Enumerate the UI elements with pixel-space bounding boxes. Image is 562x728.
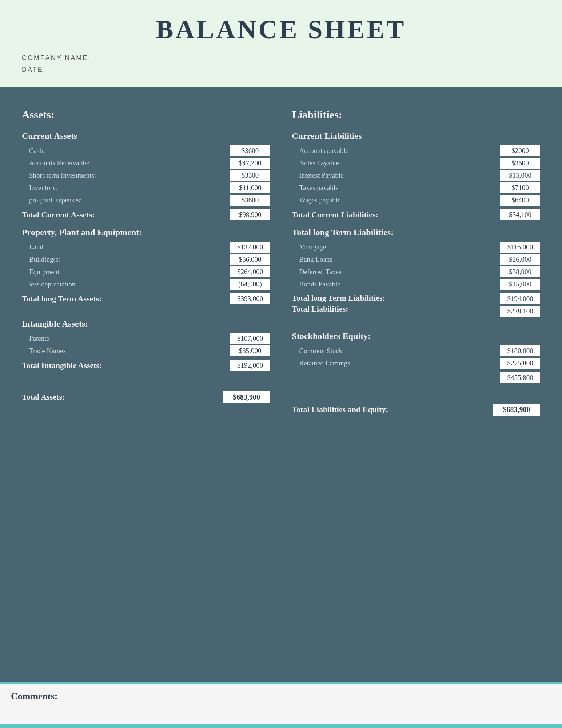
list-item: Notes Payable $3600 — [292, 158, 541, 169]
mortgage-value: $115,000 — [500, 242, 540, 253]
total-assets-value: $683,900 — [223, 391, 270, 403]
mortgage-label: Mortgage — [292, 243, 326, 251]
common-stock-label: Common Stock — [292, 347, 343, 355]
list-item: Land $137,000 — [22, 242, 270, 253]
list-item: Mortgage $115,000 — [292, 242, 541, 253]
equity-total-value: $455,800 — [500, 372, 540, 383]
ppe-total-row: Total long Term Assets: $393,000 — [22, 293, 270, 304]
current-liabilities-total-row: Total Current Liabilities: $34,100 — [292, 209, 541, 220]
equity-heading: Stockholders Equity: — [292, 331, 541, 341]
header: BALANCE SHEET COMPANY NAME: DATE: — [0, 0, 562, 87]
prepaid-value: $3600 — [230, 195, 270, 206]
ar-value: $47,200 — [230, 158, 270, 169]
deferred-taxes-label: Deferred Taxes — [292, 268, 342, 276]
equipment-label: Equipment — [22, 268, 59, 276]
intangible-total-row: Total Intangible Assets: $192,000 — [22, 360, 270, 371]
land-value: $137,000 — [230, 242, 270, 253]
current-liabilities-total-value: $34,100 — [500, 209, 540, 220]
current-assets-items: Cash: $3600 Accounts Receivable: $47,200… — [22, 145, 270, 206]
bank-loans-value: $26,000 — [500, 254, 540, 265]
buildings-value: $56,000 — [230, 254, 270, 265]
prepaid-label: pre-paid Expenses: — [22, 196, 82, 204]
long-term-liabilities-totals: Total long Term Liabilities: Total Liabi… — [292, 293, 541, 317]
list-item: pre-paid Expenses: $3600 — [22, 195, 270, 206]
total-liabilities-equity-row: Total Liabilities and Equity: $683,900 — [292, 404, 541, 416]
ppe-items: Land $137,000 Building(s) $56,000 Equipm… — [22, 242, 270, 290]
total-liab-equity-value: $683,900 — [493, 404, 540, 416]
bonds-payable-label: Bonds Payable — [292, 280, 340, 288]
ppe-heading: Property, Plant and Equipment: — [22, 228, 270, 237]
depreciation-value: (64,000) — [230, 279, 270, 290]
header-meta: COMPANY NAME: DATE: — [22, 52, 540, 76]
notes-payable-value: $3600 — [500, 158, 540, 169]
list-item: Wages payable $6400 — [292, 195, 541, 206]
retained-earnings-label: Retained Earnings — [292, 359, 350, 367]
wages-payable-value: $6400 — [500, 195, 540, 206]
bonds-payable-value: $15,000 — [500, 279, 540, 290]
current-liabilities-heading: Current Liabilities — [292, 131, 541, 141]
wages-payable-label: Wages payable — [292, 196, 341, 204]
ppe-total-value: $393,000 — [230, 293, 270, 304]
footer-bar — [0, 724, 562, 728]
intangible-heading: Intangible Assets: — [22, 319, 270, 329]
assets-heading: Assets: — [22, 108, 270, 124]
lt-liab-total-value: $194,000 — [500, 293, 540, 304]
list-item: Cash: $3600 — [22, 145, 270, 156]
patents-label: Patents — [22, 335, 49, 343]
list-item: Deferred Taxes $38,000 — [292, 266, 541, 277]
ar-label: Accounts Receivable: — [22, 159, 89, 167]
current-liabilities-total-label: Total Current Liabilities: — [292, 210, 378, 219]
list-item: Taxes payable $7100 — [292, 182, 541, 193]
list-item: Accounts payable $2000 — [292, 145, 541, 156]
buildings-label: Building(s) — [22, 256, 61, 264]
cash-label: Cash: — [22, 147, 45, 155]
long-term-liabilities-items: Mortgage $115,000 Bank Loans $26,000 Def… — [292, 242, 541, 290]
list-item: Trade Names $85,000 — [22, 345, 270, 356]
date-label: DATE: — [22, 64, 540, 75]
intangible-total-label: Total Intangible Assets: — [22, 361, 102, 370]
comments-label: Comments: — [11, 691, 58, 701]
long-term-values: $194,000 $228,100 — [500, 293, 540, 317]
current-assets-heading: Current Assets — [22, 131, 270, 141]
list-item: Common Stock $180,000 — [292, 345, 541, 356]
page-title: BALANCE SHEET — [22, 15, 540, 45]
sti-label: Short-term Investments: — [22, 171, 96, 179]
interest-payable-value: $15,000 — [500, 170, 540, 181]
list-item: Accounts Receivable: $47,200 — [22, 158, 270, 169]
comments-section: Comments: — [0, 682, 562, 724]
liabilities-heading: Liabilities: — [292, 108, 541, 124]
inventory-value: $41,000 — [230, 182, 270, 193]
total-liabilities-label: Total Liabilities: — [292, 304, 386, 314]
trade-names-label: Trade Names — [22, 347, 66, 355]
common-stock-value: $180,000 — [500, 345, 540, 356]
long-term-labels: Total long Term Liabilities: Total Liabi… — [292, 293, 386, 314]
bank-loans-label: Bank Loans — [292, 256, 332, 264]
company-name-label: COMPANY NAME: — [22, 52, 540, 64]
total-liabilities-value: $228,100 — [500, 306, 540, 317]
liabilities-section: Liabilities: Current Liabilities Account… — [292, 101, 541, 668]
total-assets-row: Total Assets: $683,900 — [22, 391, 270, 403]
list-item: Short-term Investments: $3500 — [22, 170, 270, 181]
equipment-value: $264,000 — [230, 266, 270, 277]
accounts-payable-label: Accounts payable — [292, 147, 349, 155]
list-item: Equipment $264,000 — [22, 266, 270, 277]
intangible-items: Patents $107,000 Trade Names $85,000 — [22, 333, 270, 356]
deferred-taxes-value: $38,000 — [500, 266, 540, 277]
total-liab-equity-label: Total Liabilities and Equity: — [292, 405, 388, 414]
current-assets-total-row: Total Current Assets: $98,900 — [22, 209, 270, 220]
depreciation-label: less depreciation — [22, 280, 75, 288]
patents-value: $107,000 — [230, 333, 270, 344]
list-item: Bank Loans $26,000 — [292, 254, 541, 265]
cash-value: $3600 — [230, 145, 270, 156]
list-item: Building(s) $56,000 — [22, 254, 270, 265]
accounts-payable-value: $2000 — [500, 145, 540, 156]
equity-total-row: $455,800 — [292, 372, 541, 383]
interest-payable-label: Interest Payable — [292, 171, 344, 179]
current-liabilities-items: Accounts payable $2000 Notes Payable $36… — [292, 145, 541, 206]
lt-liab-total-label: Total long Term Liabilities: — [292, 293, 386, 303]
list-item: Bonds Payable $15,000 — [292, 279, 541, 290]
list-item: Retained Earnings $275,800 — [292, 358, 541, 369]
total-assets-label: Total Assets: — [22, 392, 65, 402]
sti-value: $3500 — [230, 170, 270, 181]
land-label: Land — [22, 243, 43, 251]
